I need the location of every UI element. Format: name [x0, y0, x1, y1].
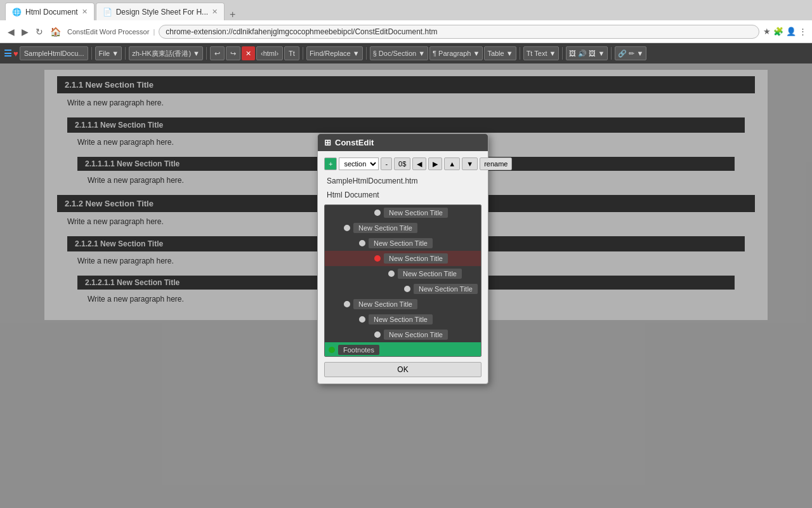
back-button[interactable]: ◀ — [5, 25, 17, 38]
address-bar: ◀ ▶ ↻ 🏠 ConstEdit Word Processor | ★ 🧩 👤… — [0, 20, 812, 43]
dialog-titlebar: ⊞ ConstEdit — [318, 134, 488, 151]
rename-button[interactable]: rename — [480, 157, 512, 170]
ds-button[interactable]: 0$ — [394, 157, 410, 170]
tt-button[interactable]: Tt — [284, 46, 299, 60]
separator6 — [520, 47, 520, 60]
redo-button[interactable]: ↪ — [226, 46, 240, 60]
find-replace-menu[interactable]: Find/Replace ▼ — [306, 46, 363, 60]
tree-item-2[interactable]: New Section Title — [325, 236, 481, 251]
doc-section-menu[interactable]: § Doc/Section ▼ — [370, 46, 428, 60]
tab-design-style[interactable]: 📄 Design Style Sheet For H... ✕ — [96, 3, 225, 20]
radio-7 — [359, 316, 365, 323]
radio-5 — [404, 286, 410, 292]
section-tree[interactable]: New Section Title New Section Title New … — [324, 204, 481, 357]
section-type-select[interactable]: section — [339, 157, 379, 170]
remove-section-button[interactable]: - — [381, 157, 392, 170]
tab-favicon2: 📄 — [103, 8, 112, 17]
item-label-2: New Section Title — [369, 238, 433, 248]
tab-label2: Design Style Sheet For H... — [116, 8, 208, 17]
doc-name-button[interactable]: SampleHtmlDocu... — [20, 46, 89, 60]
separator7 — [562, 47, 563, 60]
dialog-toolbar: + section - 0$ ◀ ▶ ▲ ▼ rename — [324, 157, 481, 170]
app-toolbar: ☰ ♥ SampleHtmlDocu... File ▼ zh-HK廣東話(香港… — [0, 43, 812, 64]
radio-0 — [374, 210, 381, 216]
docname-label: Html Document — [324, 189, 481, 201]
bookmark-icon[interactable]: ★ — [763, 27, 771, 36]
address-input[interactable] — [159, 25, 759, 39]
radio-6 — [344, 301, 350, 307]
tab-label: Html Document — [25, 8, 78, 17]
tree-item-6[interactable]: New Section Title — [325, 297, 481, 312]
heart-icon: ♥ — [13, 49, 18, 58]
radio-8 — [374, 331, 381, 338]
settings-icon[interactable]: ⋮ — [799, 27, 807, 36]
filename-label: SampleHtmlDocument.htm — [324, 175, 481, 187]
delete-button[interactable]: ✕ — [242, 46, 255, 60]
tree-item-0[interactable]: New Section Title — [325, 205, 481, 220]
radio-2 — [359, 240, 365, 246]
separator3 — [206, 47, 207, 60]
item-label-5: New Section Title — [414, 284, 478, 294]
tab-close-button2[interactable]: ✕ — [212, 8, 218, 16]
new-tab-button[interactable]: + — [226, 9, 239, 20]
radio-1 — [344, 225, 350, 231]
dialog-title: ConstEdit — [335, 138, 374, 147]
item-label-1: New Section Title — [353, 223, 417, 233]
tab-bar: 🌐 Html Document ✕ 📄 Design Style Sheet F… — [0, 0, 812, 20]
item-label-7: New Section Title — [369, 314, 433, 324]
html-button[interactable]: ‹html› — [256, 46, 283, 60]
tree-item-5[interactable]: New Section Title — [325, 281, 481, 297]
item-label-6: New Section Title — [353, 299, 417, 309]
dialog-body: + section - 0$ ◀ ▶ ▲ ▼ rename SampleHtml… — [318, 151, 488, 384]
tree-item-4[interactable]: New Section Title — [325, 266, 481, 281]
right-button[interactable]: ▶ — [428, 157, 442, 170]
item-label-3: New Section Title — [384, 253, 448, 264]
reload-button[interactable]: ↻ — [33, 25, 46, 38]
separator4 — [303, 47, 303, 60]
radio-4 — [388, 271, 395, 277]
table-menu[interactable]: Table ▼ — [484, 46, 516, 60]
app-name-label: ConstEdit Word Processor — [67, 28, 149, 36]
tree-item-8[interactable]: New Section Title — [325, 327, 481, 342]
tree-item-footnotes[interactable]: Footnotes — [325, 342, 481, 357]
tree-item-3[interactable]: New Section Title — [325, 251, 481, 266]
radio-3 — [374, 255, 381, 262]
down-button[interactable]: ▼ — [462, 157, 478, 170]
file-menu[interactable]: File ▼ — [95, 46, 122, 60]
paragraph-menu[interactable]: ¶ Paragraph ▼ — [429, 46, 483, 60]
separator2 — [125, 47, 126, 60]
constedit-dialog: ⊞ ConstEdit + section - 0$ ◀ ▶ ▲ ▼ ren — [317, 133, 488, 384]
dialog-icon: ⊞ — [324, 138, 331, 147]
left-button[interactable]: ◀ — [412, 157, 426, 170]
item-label-0: New Section Title — [384, 208, 448, 218]
extension-icon[interactable]: 🧩 — [773, 27, 783, 36]
link-menu[interactable]: 🔗 ✏ ▼ — [615, 46, 646, 60]
tree-item-1[interactable]: New Section Title — [325, 220, 481, 236]
tab-html-document[interactable]: 🌐 Html Document ✕ — [5, 3, 95, 20]
separator8 — [611, 47, 612, 60]
toolbar-logo: ☰ — [4, 48, 12, 58]
main-area: 2.1.1 New Section Title Write a new para… — [0, 64, 812, 508]
forward-button[interactable]: ▶ — [19, 25, 31, 38]
account-icon[interactable]: 👤 — [786, 27, 796, 36]
ok-button[interactable]: OK — [324, 362, 481, 377]
home-button[interactable]: 🏠 — [48, 25, 63, 38]
tree-item-7[interactable]: New Section Title — [325, 312, 481, 327]
item-label-4: New Section Title — [398, 269, 462, 279]
undo-button[interactable]: ↩ — [210, 46, 225, 60]
media-menu[interactable]: 🖼 🔊 🖼 ▼ — [566, 46, 608, 60]
item-label-footnotes: Footnotes — [338, 345, 379, 355]
radio-footnotes — [329, 347, 335, 353]
tt-text-menu[interactable]: Tt Text ▼ — [523, 46, 560, 60]
add-section-button[interactable]: + — [324, 157, 337, 170]
separator1 — [91, 47, 92, 60]
lang-menu[interactable]: zh-HK廣東話(香港) ▼ — [129, 46, 203, 60]
up-button[interactable]: ▲ — [444, 157, 460, 170]
separator-label: | — [153, 28, 155, 36]
item-label-8: New Section Title — [384, 330, 448, 340]
tab-close-button[interactable]: ✕ — [82, 8, 88, 16]
separator5 — [366, 47, 367, 60]
tab-favicon: 🌐 — [12, 8, 22, 17]
